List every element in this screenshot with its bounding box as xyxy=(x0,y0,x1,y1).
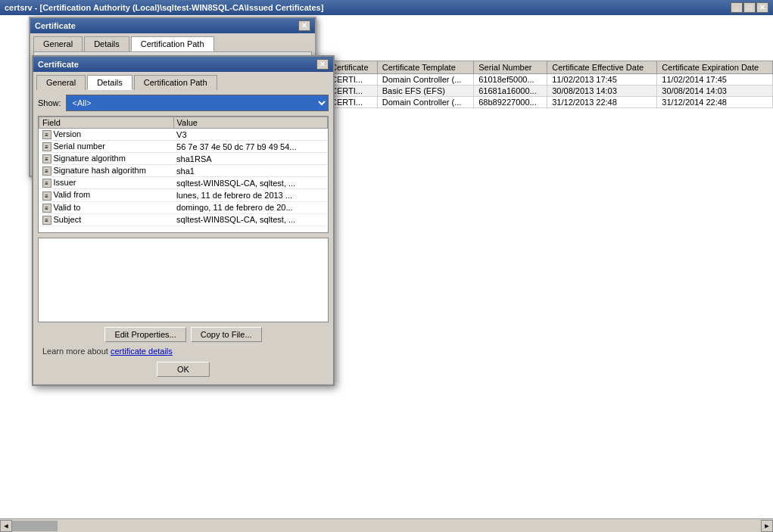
outer-tab-certification-path[interactable]: Certification Path xyxy=(131,36,214,51)
scroll-right-btn[interactable]: ► xyxy=(761,520,773,532)
scroll-left-btn[interactable]: ◄ xyxy=(0,520,12,532)
bg-table-area: Certificate Certificate Template Serial … xyxy=(326,61,773,108)
col-template[interactable]: Certificate Template xyxy=(377,61,473,74)
col-expiration-date[interactable]: Certificate Expiration Date xyxy=(657,61,773,74)
certificate-details-link[interactable]: certificate details xyxy=(111,347,173,356)
list-item[interactable]: ≡Valid todomingo, 11 de febrero de 20... xyxy=(39,201,328,213)
show-label: Show: xyxy=(38,98,61,107)
list-item[interactable]: ≡Signature hash algorithmsha1 xyxy=(39,165,328,177)
bg-minimize-btn[interactable]: _ xyxy=(731,2,743,13)
bg-close-btn[interactable]: ✕ xyxy=(756,2,768,13)
field-icon: ≡ xyxy=(42,216,51,225)
field-icon: ≡ xyxy=(42,130,51,139)
inner-dialog-title-text: Certificate xyxy=(38,60,79,69)
field-icon: ≡ xyxy=(42,204,51,213)
table-row[interactable]: CERTI...Basic EFS (EFS)61681a16000...30/… xyxy=(326,86,773,97)
inner-tab-details[interactable]: Details xyxy=(87,75,132,90)
bg-title-bar: certsrv - [Certification Authority (Loca… xyxy=(0,0,773,15)
col-effective-date[interactable]: Certificate Effective Date xyxy=(547,61,657,74)
inner-tab-general[interactable]: General xyxy=(36,75,86,90)
outer-dialog-tabs: General Details Certification Path xyxy=(30,33,315,51)
learn-more-area: Learn more about certificate details xyxy=(38,345,329,359)
inner-dialog-content: Show: <All> Version 1 Fields Only Extens… xyxy=(33,90,333,384)
list-item[interactable]: ≡Serial number56 7e 37 4e 50 dc 77 b9 49… xyxy=(39,141,328,153)
list-item[interactable]: ≡Signature algorithmsha1RSA xyxy=(39,153,328,165)
field-icon: ≡ xyxy=(42,154,51,163)
outer-tab-general[interactable]: General xyxy=(33,36,83,51)
outer-dialog-close-btn[interactable]: ✕ xyxy=(298,20,310,31)
ok-button[interactable]: OK xyxy=(157,362,210,377)
bottom-scrollbar[interactable]: ◄ ► xyxy=(0,518,773,532)
show-select-wrapper: <All> Version 1 Fields Only Extensions O… xyxy=(66,95,329,111)
list-item[interactable]: ≡Issuersqltest-WIN8SQL-CA, sqltest, ... xyxy=(39,177,328,189)
inner-tab-certification-path[interactable]: Certification Path xyxy=(134,75,217,90)
bg-title-text: certsrv - [Certification Authority (Loca… xyxy=(5,3,323,12)
list-item[interactable]: ≡Valid fromlunes, 11 de febrero de 2013 … xyxy=(39,189,328,201)
field-icon: ≡ xyxy=(42,142,51,151)
edit-properties-button[interactable]: Edit Properties... xyxy=(104,327,185,342)
table-row[interactable]: CERTI...Domain Controller (...68b8922700… xyxy=(326,97,773,108)
inner-dialog-close-btn[interactable]: ✕ xyxy=(316,59,329,70)
inner-dialog-tabs: General Details Certification Path xyxy=(33,72,333,90)
inner-certificate-dialog: Certificate ✕ General Details Certificat… xyxy=(32,55,335,386)
show-select[interactable]: <All> Version 1 Fields Only Extensions O… xyxy=(66,95,329,111)
outer-dialog-title: Certificate ✕ xyxy=(30,18,315,33)
table-row[interactable]: CERTI...Domain Controller (...61018ef500… xyxy=(326,74,773,86)
scroll-track xyxy=(12,520,761,532)
bg-title-controls: _ □ ✕ xyxy=(731,2,768,13)
ok-area: OK xyxy=(38,359,329,380)
copy-to-file-button[interactable]: Copy to File... xyxy=(191,327,262,342)
list-item[interactable]: ≡Subjectsqltest-WIN8SQL-CA, sqltest, ... xyxy=(39,213,328,226)
outer-dialog-title-text: Certificate xyxy=(35,21,76,30)
outer-tab-details[interactable]: Details xyxy=(84,36,129,51)
inner-dialog-title: Certificate ✕ xyxy=(33,57,333,72)
show-row: Show: <All> Version 1 Fields Only Extens… xyxy=(38,95,329,111)
value-col-header: Value xyxy=(173,117,327,129)
field-icon: ≡ xyxy=(42,191,51,201)
buttons-row: Edit Properties... Copy to File... xyxy=(38,327,329,342)
field-icon: ≡ xyxy=(42,166,51,176)
field-col-header: Field xyxy=(39,117,174,129)
bg-maximize-btn[interactable]: □ xyxy=(743,2,756,13)
certificates-table: Certificate Certificate Template Serial … xyxy=(326,61,773,108)
col-serial[interactable]: Serial Number xyxy=(474,61,547,74)
field-icon: ≡ xyxy=(42,179,51,188)
fields-table-wrapper: Field Value ≡VersionV3≡Serial number56 7… xyxy=(38,116,329,233)
list-item[interactable]: ≡VersionV3 xyxy=(39,129,328,141)
learn-more-text: Learn more about xyxy=(42,347,111,356)
scroll-thumb[interactable] xyxy=(12,521,58,531)
fields-table: Field Value ≡VersionV3≡Serial number56 7… xyxy=(39,117,328,226)
value-box xyxy=(38,238,329,322)
